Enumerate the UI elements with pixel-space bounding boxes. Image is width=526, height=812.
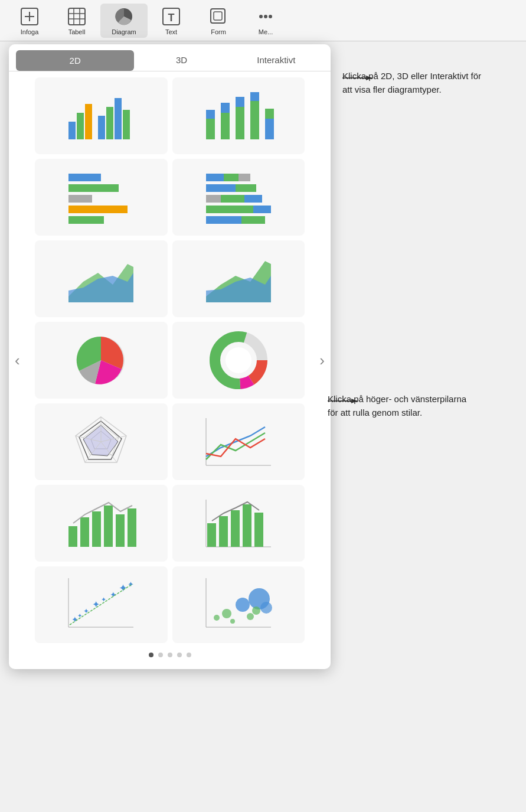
svg-rect-32 — [265, 109, 274, 119]
svg-rect-21 — [115, 98, 122, 139]
svg-point-15 — [269, 15, 272, 18]
svg-rect-27 — [236, 107, 244, 139]
chart-donut[interactable] — [172, 322, 305, 399]
svg-rect-24 — [206, 110, 215, 119]
page-dot-2[interactable] — [158, 653, 163, 657]
svg-rect-82 — [231, 510, 240, 547]
chart-horizontal-bar[interactable] — [35, 159, 168, 236]
svg-rect-74 — [92, 511, 101, 547]
svg-rect-80 — [207, 523, 216, 547]
tab-3d[interactable]: 3D — [134, 50, 228, 71]
svg-text:✦: ✦ — [128, 580, 134, 589]
svg-text:✦: ✦ — [101, 596, 106, 603]
svg-rect-46 — [206, 206, 253, 213]
svg-rect-44 — [221, 195, 244, 203]
svg-rect-84 — [254, 513, 263, 547]
chart-bar-line-outline[interactable] — [172, 485, 305, 562]
svg-rect-37 — [68, 216, 104, 224]
toolbar-table-label: Tabell — [68, 28, 86, 35]
insert-icon — [19, 6, 40, 27]
toolbar-more[interactable]: Me... — [242, 4, 289, 38]
svg-rect-83 — [243, 504, 251, 547]
svg-rect-18 — [85, 104, 92, 139]
svg-rect-73 — [80, 517, 89, 547]
svg-point-14 — [264, 15, 267, 18]
toolbar-diagram[interactable]: Diagram — [100, 4, 148, 38]
svg-rect-49 — [241, 216, 265, 224]
scroll-left-arrow[interactable]: ‹ — [11, 348, 24, 373]
svg-point-104 — [252, 606, 260, 615]
chart-line-area[interactable] — [172, 240, 305, 317]
chart-type-tabs: 2D 3D Interaktivt — [9, 44, 331, 71]
svg-point-98 — [214, 615, 220, 621]
text-icon: T — [161, 6, 182, 27]
page-dot-5[interactable] — [187, 653, 191, 657]
svg-point-100 — [230, 619, 235, 624]
chart-grid: ✦ ✦ ✦ ✦ ✦ ✦ ✦ ✦ — [27, 71, 313, 649]
toolbar-form-label: Form — [211, 28, 226, 35]
toolbar-insert-label: Infoga — [21, 28, 39, 35]
chart-multiline[interactable] — [172, 403, 305, 480]
toolbar-more-label: Me... — [259, 28, 273, 35]
scroll-right-arrow[interactable]: › — [316, 348, 328, 373]
form-icon — [208, 6, 229, 27]
svg-rect-48 — [206, 216, 241, 224]
svg-rect-20 — [106, 107, 113, 139]
svg-rect-26 — [221, 103, 230, 113]
toolbar-text[interactable]: T Text — [148, 4, 195, 38]
page-dot-4[interactable] — [177, 653, 182, 657]
toolbar-table[interactable]: Tabell — [53, 4, 100, 38]
svg-rect-30 — [250, 92, 259, 101]
svg-rect-34 — [68, 184, 119, 192]
svg-point-59 — [226, 347, 251, 373]
svg-rect-3 — [68, 8, 85, 25]
toolbar-form[interactable]: Form — [195, 4, 242, 38]
annotation-middle: Klicka på höger- och vänsterpilarna för … — [328, 393, 469, 419]
svg-rect-36 — [68, 206, 128, 213]
svg-rect-77 — [128, 508, 136, 547]
svg-rect-12 — [214, 12, 222, 20]
svg-rect-81 — [219, 516, 228, 547]
svg-rect-76 — [116, 514, 125, 547]
svg-rect-31 — [265, 119, 274, 139]
svg-rect-43 — [206, 195, 221, 203]
more-icon — [255, 6, 276, 27]
page-dot-3[interactable] — [168, 653, 172, 657]
svg-rect-42 — [236, 184, 256, 192]
pagination-dots — [9, 653, 331, 657]
chart-area[interactable] — [35, 240, 168, 317]
page-dot-1[interactable] — [149, 653, 153, 657]
svg-rect-28 — [236, 97, 244, 107]
tab-2d[interactable]: 2D — [16, 50, 134, 71]
chart-bubble[interactable] — [172, 566, 305, 643]
svg-rect-40 — [239, 174, 250, 181]
svg-rect-17 — [77, 113, 84, 139]
svg-point-102 — [247, 613, 254, 620]
toolbar-text-label: Text — [165, 28, 177, 35]
svg-rect-25 — [221, 113, 230, 139]
svg-rect-22 — [123, 110, 130, 139]
chart-scatter[interactable]: ✦ ✦ ✦ ✦ ✦ ✦ ✦ ✦ — [35, 566, 168, 643]
chart-stacked-horizontal-bar[interactable] — [172, 159, 305, 236]
svg-text:✦: ✦ — [92, 599, 100, 609]
svg-rect-75 — [104, 506, 113, 547]
svg-point-101 — [236, 598, 250, 612]
diagram-icon — [113, 6, 135, 27]
svg-rect-38 — [206, 174, 224, 181]
svg-rect-41 — [206, 184, 236, 192]
svg-rect-72 — [68, 526, 77, 547]
tab-interactive[interactable]: Interaktivt — [229, 50, 324, 71]
chart-stacked-bar[interactable] — [172, 77, 305, 154]
svg-rect-11 — [211, 9, 225, 23]
svg-point-99 — [222, 609, 231, 618]
svg-rect-47 — [253, 206, 271, 213]
svg-rect-29 — [250, 101, 259, 139]
chart-radar[interactable] — [35, 403, 168, 480]
chart-grouped-bar[interactable] — [35, 77, 168, 154]
chart-bar-line-combo[interactable] — [35, 485, 168, 562]
toolbar: Infoga Tabell Diagram — [0, 0, 526, 41]
toolbar-insert[interactable]: Infoga — [6, 4, 53, 38]
chart-pie[interactable] — [35, 322, 168, 399]
svg-rect-35 — [68, 195, 92, 203]
svg-point-13 — [259, 15, 263, 18]
